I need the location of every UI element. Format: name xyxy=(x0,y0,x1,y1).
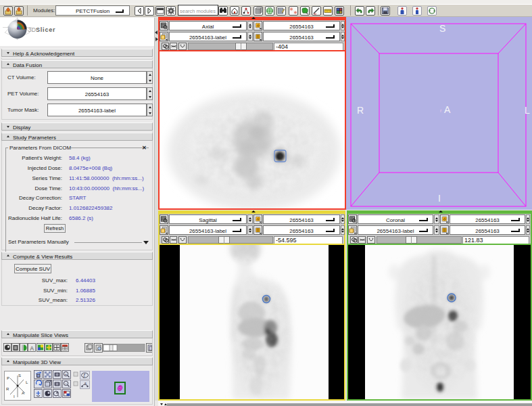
svg-text:r: r xyxy=(440,108,442,113)
svg-text:L: L xyxy=(26,380,28,384)
svg-text:.8.: .8. xyxy=(84,382,88,386)
svg-text:ƒ: ƒ xyxy=(83,373,86,378)
svg-text:S: S xyxy=(18,374,21,378)
svg-text:Slicer: Slicer xyxy=(36,26,55,33)
svg-text:P: P xyxy=(7,376,9,380)
svg-text:A: A xyxy=(444,104,451,115)
svg-text:L: L xyxy=(525,105,530,116)
svg-text:−: − xyxy=(65,382,68,386)
svg-text:A: A xyxy=(22,391,24,395)
svg-text:3D: 3D xyxy=(28,26,37,33)
svg-text:R: R xyxy=(357,105,364,116)
svg-text:I: I xyxy=(14,394,15,399)
svg-text:A: A xyxy=(30,345,34,352)
svg-text:I: I xyxy=(438,193,441,204)
svg-text:+: + xyxy=(65,372,68,376)
svg-text:S: S xyxy=(439,23,445,34)
svg-text:R: R xyxy=(6,387,9,391)
